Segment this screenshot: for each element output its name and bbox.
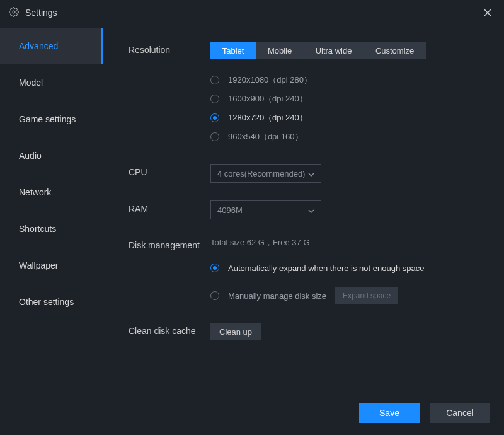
close-icon bbox=[484, 9, 491, 16]
save-button[interactable]: Save bbox=[359, 403, 420, 423]
cancel-button[interactable]: Cancel bbox=[430, 403, 490, 423]
cpu-select[interactable]: 4 cores(Recommended) bbox=[210, 164, 321, 183]
resolution-label: Resolution bbox=[129, 42, 210, 146]
disk-manual-radio[interactable]: Manually manage disk size Expand space bbox=[210, 286, 486, 305]
clean-label: Clean disk cache bbox=[129, 323, 210, 340]
tab-mobile[interactable]: Mobile bbox=[256, 42, 304, 59]
sidebar-item-other-settings[interactable]: Other settings bbox=[0, 284, 103, 320]
resolution-options: 1920x1080（dpi 280） 1600x900（dpi 240） 128… bbox=[210, 71, 486, 146]
row-clean: Clean disk cache Clean up bbox=[129, 323, 486, 340]
radio-icon bbox=[210, 264, 219, 272]
ram-select[interactable]: 4096M bbox=[210, 200, 321, 219]
tab-customize[interactable]: Customize bbox=[364, 42, 426, 59]
resolution-option-1280x720[interactable]: 1280x720（dpi 240） bbox=[210, 108, 486, 127]
clean-up-button[interactable]: Clean up bbox=[210, 323, 261, 340]
radio-icon bbox=[210, 95, 219, 103]
cpu-value: 4 cores(Recommended) bbox=[217, 169, 305, 178]
row-resolution: Resolution Tablet Mobile Ultra wide Cust… bbox=[129, 42, 486, 146]
ram-label: RAM bbox=[129, 200, 210, 219]
sidebar-item-label: Model bbox=[19, 78, 43, 88]
sidebar-item-label: Advanced bbox=[19, 41, 58, 51]
body: Advanced Model Game settings Audio Netwo… bbox=[0, 25, 504, 391]
cpu-label: CPU bbox=[129, 164, 210, 183]
radio-icon bbox=[210, 76, 219, 84]
titlebar: Settings bbox=[0, 0, 504, 25]
footer: Save Cancel bbox=[0, 391, 504, 435]
chevron-down-icon bbox=[308, 207, 314, 213]
sidebar-item-wallpaper[interactable]: Wallpaper bbox=[0, 247, 103, 284]
resolution-option-1600x900[interactable]: 1600x900（dpi 240） bbox=[210, 90, 486, 108]
close-button[interactable] bbox=[480, 5, 495, 20]
settings-window: Settings Advanced Model Game settings Au… bbox=[0, 0, 504, 435]
sidebar-item-label: Network bbox=[19, 187, 51, 197]
sidebar-item-audio[interactable]: Audio bbox=[0, 137, 103, 174]
resolution-option-1920x1080[interactable]: 1920x1080（dpi 280） bbox=[210, 71, 486, 90]
row-ram: RAM 4096M bbox=[129, 200, 486, 219]
resolution-option-960x540[interactable]: 960x540（dpi 160） bbox=[210, 127, 486, 146]
radio-icon bbox=[210, 291, 219, 300]
sidebar-item-game-settings[interactable]: Game settings bbox=[0, 101, 103, 137]
sidebar-item-advanced[interactable]: Advanced bbox=[0, 28, 103, 64]
window-title: Settings bbox=[25, 8, 57, 18]
sidebar-item-network[interactable]: Network bbox=[0, 174, 103, 211]
sidebar-item-label: Game settings bbox=[19, 114, 76, 124]
radio-icon bbox=[210, 113, 219, 122]
svg-point-0 bbox=[13, 11, 15, 13]
row-cpu: CPU 4 cores(Recommended) bbox=[129, 164, 486, 183]
ram-value: 4096M bbox=[217, 206, 243, 215]
sidebar-item-label: Wallpaper bbox=[19, 260, 59, 270]
sidebar-item-label: Other settings bbox=[19, 297, 74, 307]
row-disk: Disk management Total size 62 G，Free 37 … bbox=[129, 237, 486, 305]
settings-icon bbox=[9, 7, 19, 19]
expand-space-button[interactable]: Expand space bbox=[335, 287, 398, 304]
disk-label: Disk management bbox=[129, 237, 210, 305]
content: Resolution Tablet Mobile Ultra wide Cust… bbox=[103, 25, 504, 391]
radio-icon bbox=[210, 132, 219, 141]
chevron-down-icon bbox=[308, 170, 314, 177]
tab-ultra-wide[interactable]: Ultra wide bbox=[304, 42, 364, 59]
tab-tablet[interactable]: Tablet bbox=[210, 42, 256, 59]
sidebar-item-label: Audio bbox=[19, 151, 42, 161]
disk-info: Total size 62 G，Free 37 G bbox=[210, 237, 486, 248]
sidebar: Advanced Model Game settings Audio Netwo… bbox=[0, 25, 103, 391]
sidebar-item-shortcuts[interactable]: Shortcuts bbox=[0, 211, 103, 247]
disk-auto-radio[interactable]: Automatically expand when there is not e… bbox=[210, 258, 486, 277]
sidebar-item-label: Shortcuts bbox=[19, 224, 56, 234]
resolution-tabs: Tablet Mobile Ultra wide Customize bbox=[210, 42, 426, 59]
sidebar-item-model[interactable]: Model bbox=[0, 64, 103, 101]
